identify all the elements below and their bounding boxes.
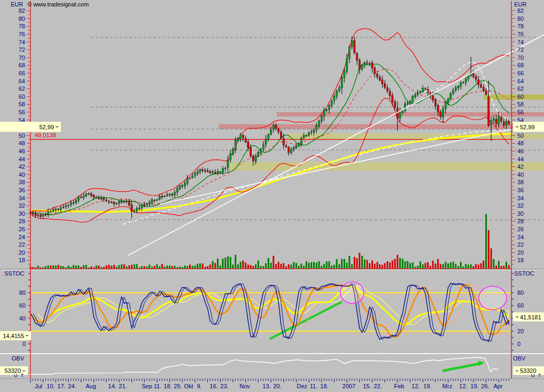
svg-text:18: 18 xyxy=(19,257,25,263)
sstoc-green-annotation-line[interactable] xyxy=(270,302,341,339)
sstoc-value-marker-right: 41,5181 xyxy=(513,312,544,322)
bottom-left-axis-glyphs[interactable]: U T xyxy=(14,373,25,378)
svg-text:82: 82 xyxy=(19,7,25,14)
svg-text:26: 26 xyxy=(517,226,524,232)
svg-text:34: 34 xyxy=(517,195,524,201)
svg-text:72: 72 xyxy=(517,46,524,53)
sstoc-panel[interactable] xyxy=(26,282,512,342)
svg-text:60: 60 xyxy=(517,302,524,309)
svg-text:40: 40 xyxy=(19,171,25,178)
svg-text:18: 18 xyxy=(517,257,524,263)
svg-text:26: 26 xyxy=(19,226,25,232)
magenta-highlight-circle[interactable] xyxy=(479,286,507,310)
svg-text:24: 24 xyxy=(19,234,25,240)
x-axis-date-label: Feb xyxy=(394,383,405,389)
tick-dash-icon xyxy=(26,335,28,336)
tick-dash-icon xyxy=(516,371,518,371)
sstoc-panel-title-left: SSTOC xyxy=(4,270,25,277)
svg-text:68: 68 xyxy=(19,62,25,68)
svg-text:0: 0 xyxy=(517,341,520,347)
svg-text:70: 70 xyxy=(517,54,524,61)
svg-text:82: 82 xyxy=(517,7,524,14)
svg-text:42: 42 xyxy=(517,163,524,170)
chart-canvas[interactable]: 1820222426283032343638404244464850525456… xyxy=(0,0,544,392)
x-axis-date-label: 12. xyxy=(459,383,467,389)
svg-text:60: 60 xyxy=(19,302,26,309)
svg-text:32: 32 xyxy=(517,202,524,209)
x-axis-date-label: 20. xyxy=(273,383,281,389)
x-axis-date-label: Okt xyxy=(184,383,193,389)
svg-text:78: 78 xyxy=(19,23,25,29)
tick-dash-icon xyxy=(56,127,58,127)
svg-text:50: 50 xyxy=(517,132,524,139)
svg-text:58: 58 xyxy=(19,101,25,107)
x-axis-date-label: 17. xyxy=(57,383,65,389)
obv-panel-title-right: OBV xyxy=(513,355,525,362)
x-axis-date-label: 14. xyxy=(108,383,116,389)
svg-text:56: 56 xyxy=(517,109,524,115)
svg-text:48: 48 xyxy=(19,140,25,146)
x-axis-date-label: Sep xyxy=(142,383,152,389)
svg-text:74: 74 xyxy=(517,39,524,45)
tradesignal-chart-window: 1820222426283032343638404244464850525456… xyxy=(0,0,544,392)
sstoc-axis-right[interactable]: 8060200 xyxy=(511,273,524,350)
x-axis-date-label: 22. xyxy=(374,383,382,389)
x-axis-date-label: 18. xyxy=(164,383,172,389)
x-axis[interactable] xyxy=(30,379,509,382)
svg-text:0: 0 xyxy=(22,341,26,347)
x-axis-date-label: 19. xyxy=(470,383,478,389)
svg-text:38: 38 xyxy=(19,179,25,185)
x-axis-date-label: 9. xyxy=(197,383,201,389)
x-axis-date-label: 25. xyxy=(174,383,182,389)
svg-text:60: 60 xyxy=(517,93,524,100)
svg-text:64: 64 xyxy=(19,78,25,84)
svg-text:48: 48 xyxy=(517,140,524,146)
tick-dash-icon xyxy=(516,127,518,127)
x-axis-date-label: Aug xyxy=(86,383,96,389)
x-axis-date-label: 24. xyxy=(68,383,76,389)
svg-text:66: 66 xyxy=(19,70,25,76)
x-axis-date-label: Dez xyxy=(297,383,307,389)
tick-dash-icon xyxy=(22,371,25,371)
price-axis-left[interactable]: 1820222426283032343638404244464850525456… xyxy=(19,7,30,264)
magenta-highlight-circle[interactable] xyxy=(340,282,364,303)
svg-text:42: 42 xyxy=(19,163,25,170)
x-axis-date-label: Nov xyxy=(239,383,250,389)
x-axis-date-label: 11. xyxy=(310,383,317,389)
svg-text:80: 80 xyxy=(19,289,26,296)
x-axis-date-label: 26. xyxy=(481,383,489,389)
price-axis-unit-left: EUR xyxy=(11,1,23,7)
x-axis-date-label: 16. xyxy=(209,383,217,389)
x-axis-date-label: 21. xyxy=(119,383,127,389)
svg-text:60: 60 xyxy=(19,93,25,100)
svg-text:46: 46 xyxy=(517,148,524,154)
x-axis-date-label: 12. xyxy=(411,383,419,389)
svg-text:22: 22 xyxy=(517,241,524,248)
x-axis-date-label: Apr xyxy=(493,383,502,389)
sstoc-panel-title-right: SSTOC xyxy=(514,270,534,277)
white-trendlines[interactable] xyxy=(123,35,544,255)
svg-text:72: 72 xyxy=(19,46,25,53)
x-axis-date-label: 2007 xyxy=(343,383,355,389)
obv-green-arrow[interactable] xyxy=(444,364,479,371)
copyright-text: © www.tradesignal.com xyxy=(27,1,89,7)
svg-text:30: 30 xyxy=(19,210,25,217)
bottom-right-axis-glyphs[interactable]: U T xyxy=(531,373,542,378)
svg-text:70: 70 xyxy=(19,54,25,61)
obv-panel-title-left: OBV xyxy=(12,355,24,362)
svg-text:36: 36 xyxy=(517,187,524,193)
svg-text:24: 24 xyxy=(517,234,524,240)
x-axis-date-label: 10. xyxy=(46,383,55,389)
panel-chrome xyxy=(0,1,544,379)
sstoc-value-marker-left: 14,4155 xyxy=(0,331,31,340)
svg-text:22: 22 xyxy=(19,241,25,248)
svg-text:38: 38 xyxy=(517,179,524,185)
svg-text:28: 28 xyxy=(517,218,524,224)
x-axis-date-label: 13. xyxy=(262,383,270,389)
svg-text:62: 62 xyxy=(517,85,524,92)
x-axis-date-label: 19. xyxy=(423,383,431,389)
price-axis-unit-right: EUR xyxy=(514,1,526,7)
obv-panel[interactable] xyxy=(30,357,499,374)
x-axis-date-label: 11. xyxy=(154,383,161,389)
svg-text:46: 46 xyxy=(19,148,25,154)
